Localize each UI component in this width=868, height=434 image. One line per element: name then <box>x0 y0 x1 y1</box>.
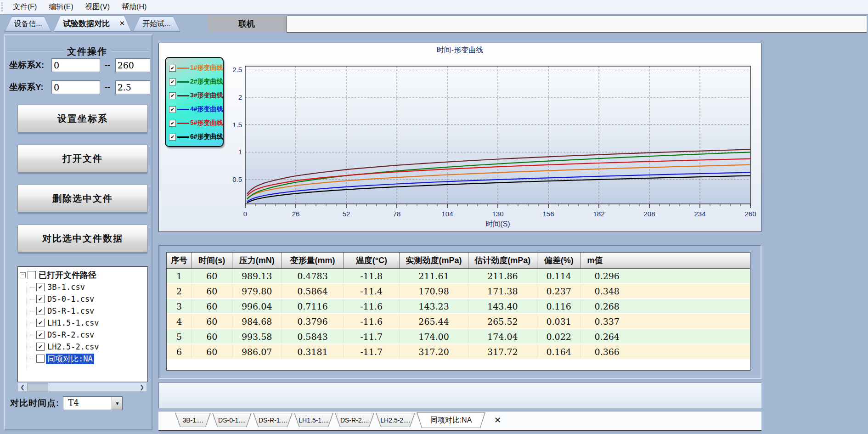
tree-item-checkbox[interactable]: ✔ <box>36 283 45 291</box>
coord-y-min-input[interactable] <box>51 80 100 94</box>
legend-line-sample <box>177 136 189 138</box>
tab-strip-empty-area <box>287 16 867 33</box>
menu-item-1[interactable]: 编辑(E) <box>43 0 79 13</box>
toolbar-grip-icon <box>1 2 4 11</box>
legend-item-0[interactable]: ✔1#形变曲线 <box>169 63 223 73</box>
coord-x-label: 坐标系X: <box>9 59 51 71</box>
legend-item-5[interactable]: ✔6#形变曲线 <box>169 132 223 141</box>
tree-item-5[interactable]: ✔LH2.5-2.csv <box>18 341 147 353</box>
legend-checkbox[interactable]: ✔ <box>169 134 176 141</box>
close-file-tab-icon[interactable]: ✕ <box>494 415 501 425</box>
legend-checkbox[interactable]: ✔ <box>169 120 176 127</box>
menu-item-2[interactable]: 视图(V) <box>79 0 116 13</box>
tree-item-label: DS-R-2.csv <box>46 330 96 339</box>
tab-label: 开始试... <box>133 17 180 31</box>
menu-item-3[interactable]: 帮助(H) <box>116 0 152 13</box>
table-cell: 0.264 <box>581 329 750 344</box>
tree-root-item[interactable]: −已打开文件路径 <box>18 267 147 281</box>
table-cell: 60 <box>192 269 232 283</box>
table-cell: 174.04 <box>468 329 537 344</box>
tree-horizontal-scrollbar[interactable]: ❮ ❯ <box>17 383 147 392</box>
table-row-5[interactable]: 660986.070.3181-11.7317.20317.720.1640.3… <box>167 344 750 360</box>
legend-checkbox[interactable]: ✔ <box>169 65 176 72</box>
tab-test-data-compare[interactable]: 试验数据对比✕ <box>53 15 131 32</box>
legend-item-1[interactable]: ✔2#形变曲线 <box>169 77 223 86</box>
table-row-0[interactable]: 160989.130.4783-11.8211.61211.860.1140.2… <box>167 269 750 284</box>
table-row-2[interactable]: 360996.040.7116-11.6143.23143.400.1160.2… <box>167 299 750 314</box>
column-header-5[interactable]: 实测劲度(mPa) <box>400 253 468 268</box>
legend-checkbox[interactable]: ✔ <box>169 79 176 85</box>
tab-start-test[interactable]: 开始试... <box>133 17 180 32</box>
tree-item-0[interactable]: ✔3B-1.csv <box>18 281 147 293</box>
file-tab-3[interactable]: LH1.5-1.... <box>294 413 333 427</box>
file-tab-5[interactable]: LH2.5-2.... <box>376 413 415 427</box>
column-header-0[interactable]: 序号 <box>167 253 192 268</box>
column-header-8[interactable]: m值 <box>581 253 750 268</box>
tree-item-4[interactable]: ✔DS-R-2.csv <box>18 329 147 341</box>
coord-y-max-input[interactable] <box>115 80 150 94</box>
file-tab-2[interactable]: DS-R-1.... <box>253 413 293 427</box>
legend-label: 5#形变曲线 <box>190 119 223 127</box>
delete-selected-file-button[interactable]: 删除选中文件 <box>17 185 148 212</box>
legend-checkbox[interactable]: ✔ <box>169 106 176 113</box>
tree-root-checkbox[interactable] <box>28 271 36 279</box>
column-header-1[interactable]: 时间(s) <box>192 253 232 268</box>
table-cell: 1 <box>167 269 192 283</box>
tab-device-info[interactable]: 设备信... <box>5 17 51 32</box>
tree-item-checkbox[interactable]: ✔ <box>36 307 45 315</box>
file-tab-0[interactable]: 3B-1.... <box>175 413 211 427</box>
tree-item-checkbox[interactable] <box>36 355 45 363</box>
legend-item-2[interactable]: ✔3#形变曲线 <box>169 91 223 100</box>
table-cell: 0.164 <box>537 344 581 359</box>
coord-x-max-input[interactable] <box>115 58 150 72</box>
results-table: 序号时间(s)压力(mN)变形量(mm)温度(°C)实测劲度(mPa)估计劲度(… <box>166 252 750 371</box>
column-header-6[interactable]: 估计劲度(mPa) <box>468 253 537 268</box>
svg-text:2.5: 2.5 <box>232 66 242 73</box>
x-axis-label: 时间(S) <box>485 220 510 228</box>
coord-x-min-input[interactable] <box>51 58 100 72</box>
tree-item-2[interactable]: ✔DS-R-1.csv <box>18 305 147 317</box>
table-row-1[interactable]: 260979.800.5864-11.4170.98171.380.2370.3… <box>167 284 750 299</box>
table-cell: -11.4 <box>344 284 400 298</box>
column-header-3[interactable]: 变形量(mm) <box>282 253 344 268</box>
file-tab-1[interactable]: DS-0-1.... <box>212 413 252 427</box>
set-axes-button[interactable]: 设置坐标系 <box>17 105 148 132</box>
scrollbar-thumb[interactable] <box>27 383 48 391</box>
tree-item-6[interactable]: 同项对比:NA <box>18 353 147 365</box>
dropdown-arrow-icon[interactable]: ▼ <box>112 397 122 410</box>
scrollbar-right-arrow[interactable]: ❯ <box>137 383 147 391</box>
tree-item-checkbox[interactable]: ✔ <box>36 343 45 351</box>
tree-item-checkbox[interactable]: ✔ <box>36 295 45 303</box>
compare-selected-files-button[interactable]: 对比选中文件数据 <box>17 225 148 252</box>
menu-item-0[interactable]: 文件(F) <box>7 0 43 13</box>
open-file-button[interactable]: 打开文件 <box>17 145 148 172</box>
tab-label: LH2.5-2.... <box>376 413 415 427</box>
legend-checkbox[interactable]: ✔ <box>169 92 176 99</box>
tree-item-checkbox[interactable]: ✔ <box>36 319 45 327</box>
tree-item-checkbox[interactable]: ✔ <box>36 331 45 339</box>
column-header-7[interactable]: 偏差(%) <box>537 253 581 268</box>
file-operations-panel: 文件操作 坐标系X: -- 坐标系Y: -- −已打开文件路径✔3B-1.csv… <box>4 34 152 430</box>
file-tab-4[interactable]: DS-R-2.... <box>335 413 374 427</box>
column-header-2[interactable]: 压力(mN) <box>232 253 282 268</box>
table-cell: 979.80 <box>232 284 282 298</box>
table-row-3[interactable]: 460984.680.3796-11.6265.44265.520.0310.3… <box>167 314 750 329</box>
svg-text:26: 26 <box>292 210 300 218</box>
tree-expander-icon[interactable]: − <box>20 272 26 278</box>
tab-label: DS-R-1.... <box>254 413 292 427</box>
file-tab-6[interactable]: 同项对比:NA <box>417 412 485 428</box>
table-row-4[interactable]: 560993.580.5843-11.7174.00174.040.0220.2… <box>167 329 750 344</box>
tree-item-1[interactable]: ✔DS-0-1.csv <box>18 293 147 305</box>
chart-legend: ✔1#形变曲线✔2#形变曲线✔3#形变曲线✔4#形变曲线✔5#形变曲线✔6#形变… <box>165 57 224 147</box>
online-status-button[interactable]: 联机 <box>208 16 286 32</box>
compare-time-select[interactable]: T4 ▼ <box>63 396 123 410</box>
close-tab-icon[interactable]: ✕ <box>119 19 125 28</box>
legend-item-4[interactable]: ✔5#形变曲线 <box>169 118 223 128</box>
table-cell: 0.116 <box>537 299 581 313</box>
column-header-4[interactable]: 温度(°C) <box>344 253 400 268</box>
legend-item-3[interactable]: ✔4#形变曲线 <box>169 105 223 114</box>
compare-time-row: 对比时间点: T4 ▼ <box>10 396 123 410</box>
tree-item-3[interactable]: ✔LH1.5-1.csv <box>18 317 147 329</box>
table-cell: 0.5843 <box>282 329 344 344</box>
scrollbar-left-arrow[interactable]: ❮ <box>18 383 27 391</box>
